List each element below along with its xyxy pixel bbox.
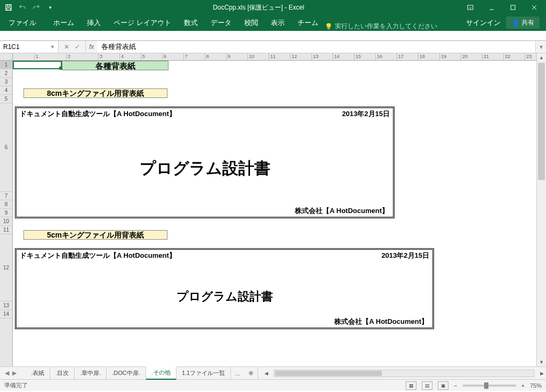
formula-input[interactable]: 各種背表紙 xyxy=(97,41,535,53)
name-box[interactable]: R1C1 ▼ xyxy=(0,41,59,53)
zoom-thumb[interactable] xyxy=(484,382,488,389)
row-header[interactable]: 1 xyxy=(0,61,12,69)
sheet-tab-active[interactable]: .その他 xyxy=(146,366,176,380)
sheet-tab[interactable]: .DOC中扉. xyxy=(107,367,146,379)
window-controls xyxy=(461,1,544,14)
expand-formula-icon[interactable]: ▾ xyxy=(535,41,546,53)
formula-bar: R1C1 ▼ ✕ ✓ fx 各種背表紙 ▾ xyxy=(0,40,546,53)
selected-cell[interactable] xyxy=(13,61,62,69)
sheet-tab[interactable]: .章中扉. xyxy=(75,367,107,379)
svg-rect-5 xyxy=(511,5,515,10)
spine-main-title: プログラム設計書 xyxy=(17,158,393,179)
spine-5cm-box[interactable]: ドキュメント自動生成ツール【A HotDocument】 2013年2月15日 … xyxy=(15,248,434,329)
status-bar: 準備完了 ▦ ▤ ▣ − + 75% xyxy=(0,379,546,391)
spine-company: 株式会社【A HotDocument】 xyxy=(295,206,389,216)
tab-insert[interactable]: 挿入 xyxy=(81,15,107,31)
spine-tool-label: ドキュメント自動生成ツール【A HotDocument】 xyxy=(20,109,176,119)
undo-icon[interactable] xyxy=(16,2,29,13)
vertical-scrollbar[interactable]: ▲ ▼ xyxy=(536,53,546,366)
hscroll-left-icon[interactable]: ◀ xyxy=(262,371,270,376)
sheet-tabs-more[interactable]: ... xyxy=(231,368,244,379)
tab-review[interactable]: 校閲 xyxy=(238,15,264,31)
cell-title[interactable]: 各種背表紙 xyxy=(62,61,168,70)
row-header[interactable]: 13 xyxy=(0,301,12,310)
row-header[interactable]: 8 xyxy=(0,200,12,209)
tab-data[interactable]: データ xyxy=(204,15,238,31)
row-header[interactable]: 3 xyxy=(0,78,12,86)
row-header[interactable]: 5 xyxy=(0,95,12,103)
sheet-tab[interactable]: .表紙 xyxy=(26,367,50,379)
normal-view-icon[interactable]: ▦ xyxy=(406,381,416,390)
cell-label-8cm[interactable]: 8cmキングファイル用背表紙 xyxy=(23,88,167,98)
row-header[interactable]: 7 xyxy=(0,192,12,200)
row-header[interactable]: 14 xyxy=(0,310,12,318)
fx-icon[interactable]: fx xyxy=(86,41,97,53)
redo-icon[interactable] xyxy=(30,2,43,13)
sheet-tab[interactable]: .目次 xyxy=(50,367,75,379)
sheet-nav[interactable]: ◀▶ xyxy=(0,370,21,377)
spine-date: 2013年2月15日 xyxy=(381,251,429,260)
close-icon[interactable] xyxy=(525,1,544,14)
row-header[interactable]: 12 xyxy=(0,234,12,301)
spine-date: 2013年2月15日 xyxy=(342,109,390,119)
zoom-slider[interactable] xyxy=(463,385,516,387)
window-title: DocCpp.xls [保護ビュー] - Excel xyxy=(57,3,461,12)
lightbulb-icon: 💡 xyxy=(325,23,333,30)
enter-icon[interactable]: ✓ xyxy=(75,43,80,51)
scroll-down-icon[interactable]: ▼ xyxy=(537,358,546,366)
fill-handle[interactable] xyxy=(59,67,62,70)
person-icon: 👤 xyxy=(511,19,519,27)
ribbon-display-icon[interactable] xyxy=(461,1,480,14)
row-header[interactable]: 6 xyxy=(0,103,12,192)
scroll-thumb[interactable] xyxy=(538,63,545,180)
zoom-in-icon[interactable]: + xyxy=(521,382,525,389)
row-header[interactable]: 4 xyxy=(0,86,12,95)
ribbon: ファイル ホーム 挿入 ページ レイアウト 数式 データ 校閲 表示 チーム 💡… xyxy=(0,15,546,31)
qat-dropdown-icon[interactable]: ▾ xyxy=(44,2,57,13)
chevron-down-icon[interactable]: ▼ xyxy=(50,44,55,50)
sheet-tab-bar: ◀▶ .表紙 .目次 .章中扉. .DOC中扉. .その他 1.1ファイル一覧 … xyxy=(0,366,546,379)
tell-me-search[interactable]: 💡 実行したい作業を入力してください xyxy=(325,22,437,31)
row-header[interactable]: 11 xyxy=(0,226,12,234)
scroll-up-icon[interactable]: ▲ xyxy=(537,53,546,62)
row-headers: 1 2 3 4 5 6 7 8 9 10 11 12 13 14 xyxy=(0,61,13,366)
hscroll-right-icon[interactable]: ▶ xyxy=(537,371,546,376)
page-break-view-icon[interactable]: ▣ xyxy=(438,381,448,390)
tab-file[interactable]: ファイル xyxy=(2,15,43,31)
minimize-icon[interactable] xyxy=(482,1,501,14)
cell-grid[interactable]: 1234567891011121314151617181920212223 各種… xyxy=(13,53,536,366)
spine-8cm-box[interactable]: ドキュメント自動生成ツール【A HotDocument】 2013年2月15日 … xyxy=(15,107,395,218)
zoom-out-icon[interactable]: − xyxy=(454,382,457,389)
svg-rect-2 xyxy=(7,8,11,10)
spine-main-title: プログラム設計書 xyxy=(17,289,432,305)
sheet-tab[interactable]: 1.1ファイル一覧 xyxy=(176,367,231,379)
spine-tool-label: ドキュメント自動生成ツール【A HotDocument】 xyxy=(20,251,176,260)
signin-link[interactable]: サインイン xyxy=(466,18,501,28)
select-all-cell[interactable] xyxy=(0,53,13,61)
tab-team[interactable]: チーム xyxy=(291,15,325,31)
zoom-level[interactable]: 75% xyxy=(530,382,542,389)
tab-home[interactable]: ホーム xyxy=(47,15,81,31)
share-button[interactable]: 👤 共有 xyxy=(506,17,540,29)
tab-view[interactable]: 表示 xyxy=(264,15,291,31)
chevron-left-icon[interactable]: ◀ xyxy=(5,370,9,377)
new-sheet-icon[interactable]: ⊕ xyxy=(244,368,258,379)
scroll-thumb[interactable] xyxy=(275,371,382,376)
maximize-icon[interactable] xyxy=(503,1,523,14)
tab-pagelayout[interactable]: ページ レイアウト xyxy=(107,15,178,31)
tab-formulas[interactable]: 数式 xyxy=(178,15,204,31)
cell-label-5cm[interactable]: 5cmキングファイル用背表紙 xyxy=(23,230,167,240)
titlebar: ▾ DocCpp.xls [保護ビュー] - Excel xyxy=(0,0,546,15)
spine-company: 株式会社【A HotDocument】 xyxy=(334,317,428,326)
page-layout-view-icon[interactable]: ▤ xyxy=(422,381,432,390)
worksheet: 1 2 3 4 5 6 7 8 9 10 11 12 13 14 1234567… xyxy=(0,53,546,366)
column-ruler[interactable]: 1234567891011121314151617181920212223 xyxy=(13,53,536,61)
row-header[interactable]: 9 xyxy=(0,209,12,217)
horizontal-scrollbar[interactable] xyxy=(274,370,534,377)
svg-rect-3 xyxy=(468,5,473,10)
save-icon[interactable] xyxy=(2,2,15,13)
chevron-right-icon[interactable]: ▶ xyxy=(12,370,17,377)
row-header[interactable]: 10 xyxy=(0,217,12,226)
cancel-icon[interactable]: ✕ xyxy=(64,43,69,51)
row-header[interactable]: 2 xyxy=(0,69,12,78)
